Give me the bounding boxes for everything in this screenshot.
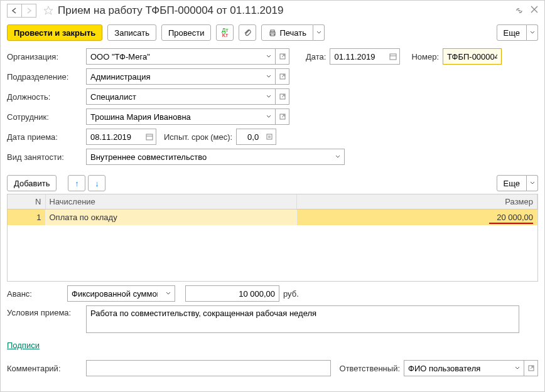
pos-label: Должность: <box>7 92 82 102</box>
close-icon[interactable] <box>531 6 538 16</box>
cell-accrual[interactable]: Оплата по окладу <box>45 209 296 226</box>
org-dropdown-button[interactable] <box>262 48 276 65</box>
org-input[interactable] <box>86 48 262 65</box>
responsible-label: Ответственный: <box>340 364 400 373</box>
chevron-down-icon <box>316 31 321 34</box>
svg-rect-4 <box>390 54 396 60</box>
svg-rect-1 <box>271 30 274 32</box>
hire-date-calendar-button[interactable] <box>143 129 156 145</box>
chevron-down-icon <box>266 115 271 119</box>
attachments-button[interactable] <box>239 24 256 41</box>
hiredate-label: Дата приема: <box>7 132 82 142</box>
calculator-icon <box>266 134 272 140</box>
print-dropdown-arrow[interactable] <box>313 24 325 41</box>
probation-input[interactable] <box>236 129 262 145</box>
department-dropdown-button[interactable] <box>262 68 276 85</box>
arrow-right-icon <box>26 8 32 14</box>
avans-type-dropdown-button[interactable] <box>161 285 175 302</box>
cell-n[interactable]: 1 <box>8 209 45 226</box>
open-icon <box>279 73 286 80</box>
accruals-table[interactable]: N Начисление Размер 1 Оплата по окладу 2… <box>7 194 538 282</box>
open-icon <box>279 53 286 60</box>
nav-forward-button[interactable] <box>21 4 36 18</box>
more-dropdown-arrow[interactable] <box>527 24 538 41</box>
probation-calc-button[interactable] <box>262 129 276 145</box>
col-header-amount[interactable]: Размер <box>296 194 537 209</box>
nav-back-button[interactable] <box>7 4 22 18</box>
table-row[interactable]: 1 Оплата по окладу 20 000,00 <box>8 209 537 226</box>
date-input[interactable] <box>330 48 386 65</box>
conditions-label: Условия приема: <box>7 305 82 317</box>
dep-label: Подразделение: <box>7 72 82 82</box>
calendar-icon <box>146 133 153 140</box>
employee-input[interactable] <box>86 109 262 125</box>
probation-label: Испыт. срок (мес): <box>164 132 232 142</box>
date-label: Дата: <box>306 52 326 61</box>
department-open-button[interactable] <box>276 68 289 85</box>
responsible-input[interactable] <box>404 360 510 376</box>
hire-date-input[interactable] <box>86 129 143 145</box>
move-down-button[interactable]: ↓ <box>88 175 105 191</box>
table-more-dropdown-arrow[interactable] <box>527 175 538 191</box>
conditions-textarea[interactable] <box>86 305 519 333</box>
printer-icon <box>268 28 277 37</box>
arrow-up-icon: ↑ <box>75 179 79 188</box>
position-input[interactable] <box>86 88 262 105</box>
avans-amount-input[interactable] <box>185 285 279 302</box>
window-title: Прием на работу ТФБП-000004 от 01.11.201… <box>58 4 514 17</box>
table-more-button[interactable]: Еще <box>497 175 527 191</box>
org-label: Организация: <box>7 52 82 61</box>
employee-open-button[interactable] <box>276 109 289 125</box>
open-icon <box>528 365 534 371</box>
write-button[interactable]: Записать <box>107 24 156 41</box>
calendar-icon <box>389 53 397 60</box>
link-icon[interactable] <box>514 6 524 16</box>
responsible-dropdown-button[interactable] <box>510 360 524 376</box>
chevron-down-icon <box>266 75 271 78</box>
svg-rect-2 <box>271 34 274 36</box>
col-header-accrual[interactable]: Начисление <box>45 194 296 209</box>
org-open-button[interactable] <box>276 48 289 65</box>
arrow-down-icon: ↓ <box>95 179 99 188</box>
col-header-n[interactable]: N <box>8 194 45 209</box>
svg-rect-9 <box>146 134 153 140</box>
open-icon <box>279 114 286 120</box>
avans-type-input[interactable] <box>67 285 161 302</box>
rub-label: руб. <box>283 289 299 299</box>
print-button[interactable]: Печать <box>261 24 313 41</box>
more-button[interactable]: Еще <box>497 24 527 41</box>
comment-input[interactable] <box>86 360 331 376</box>
avans-label: Аванс: <box>7 289 63 299</box>
open-icon <box>279 93 286 100</box>
employee-dropdown-button[interactable] <box>262 109 276 125</box>
responsible-open-button[interactable] <box>524 360 538 376</box>
position-dropdown-button[interactable] <box>262 88 276 105</box>
arrow-left-icon <box>11 8 18 14</box>
dtkt-button[interactable]: ДтКт <box>216 24 234 41</box>
move-up-button[interactable]: ↑ <box>68 175 85 191</box>
chevron-down-icon <box>335 155 340 159</box>
paperclip-icon <box>243 28 252 37</box>
post-button[interactable]: Провести <box>161 24 212 41</box>
position-open-button[interactable] <box>276 88 289 105</box>
date-calendar-button[interactable] <box>386 48 400 65</box>
chevron-down-icon <box>515 366 520 370</box>
chevron-down-icon <box>530 181 535 185</box>
edit-underline <box>489 223 534 224</box>
post-and-close-button[interactable]: Провести и закрыть <box>7 24 102 41</box>
number-input[interactable] <box>443 48 502 65</box>
dtkt-icon: ДтКт <box>222 28 228 38</box>
emptype-label: Вид занятости: <box>7 152 82 162</box>
cell-amount[interactable]: 20 000,00 <box>296 209 537 226</box>
comment-label: Комментарий: <box>7 364 82 373</box>
department-input[interactable] <box>86 68 262 85</box>
employment-type-dropdown-button[interactable] <box>331 149 345 165</box>
chevron-down-icon <box>166 292 171 295</box>
signatures-link[interactable]: Подписи <box>7 341 40 350</box>
chevron-down-icon <box>266 95 271 98</box>
svg-rect-11 <box>267 134 272 139</box>
add-row-button[interactable]: Добавить <box>7 175 57 191</box>
favorite-star-icon[interactable] <box>43 5 54 16</box>
employment-type-input[interactable] <box>86 149 331 165</box>
chevron-down-icon <box>530 31 535 34</box>
